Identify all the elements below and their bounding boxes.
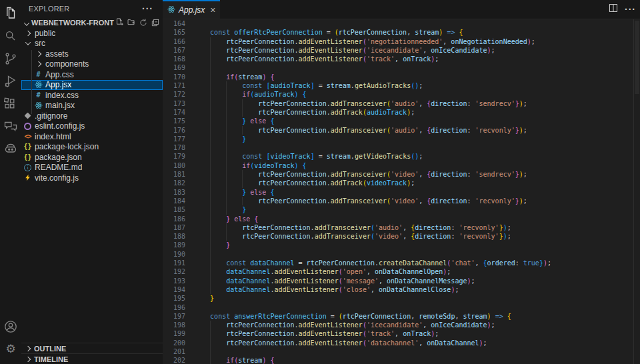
line-content [194,19,634,28]
indent-guide [210,135,211,143]
code-line-178[interactable]: 178 [163,143,634,152]
chat-icon[interactable] [3,119,19,135]
code-line-167[interactable]: 167 rtcPeerConnection.addEventListener('… [163,46,634,55]
extensions-icon[interactable] [3,96,19,112]
line-content: rtcPeerConnection.addEventListener('icec… [194,321,634,329]
code-line-182[interactable]: 182 rtcPeerConnection.addTrack(videoTrac… [163,179,634,187]
tree-item-label: vite.config.js [35,173,79,183]
code-line-164[interactable]: 164 [163,19,634,28]
tab-app-jsx[interactable]: App.jsx [163,0,220,19]
code-line-181[interactable]: 181 rtcPeerConnection.addTransceiver('vi… [163,170,634,179]
outline-label: OUTLINE [34,345,66,353]
code-line-172[interactable]: 172 if(audioTrack) { [163,90,634,99]
tree-item-vite-config-js[interactable]: vite.config.js [21,173,163,183]
code-line-198[interactable]: 198 rtcPeerConnection.addEventListener('… [163,321,634,329]
code-line-201[interactable]: 201 [163,347,634,356]
scrollbar[interactable] [633,19,640,364]
line-content [194,347,634,356]
code-line-173[interactable]: 173 rtcPeerConnection.addTransceiver('au… [163,99,634,108]
indent-guide [210,277,211,285]
tree-item-app-jsx[interactable]: App.jsx [21,80,163,91]
tree-item-index-html[interactable]: <>index.html [21,131,163,142]
code-line-183[interactable]: 183 } else { [163,188,634,197]
tree-item-main-jsx[interactable]: main.jsx [21,101,163,111]
code-line-174[interactable]: 174 rtcPeerConnection.addTrack(audioTrac… [163,108,634,117]
code-line-192[interactable]: 192 dataChannel.addEventListener('open',… [163,267,634,276]
code-line-197[interactable]: 197 const answerRtcPeerConnection = (rtc… [163,312,634,321]
code-line-189[interactable]: 189 } [163,241,634,249]
new-file-icon[interactable] [114,18,124,28]
tree-item-label: components [45,59,89,69]
outline-section-header[interactable]: OUTLINE [21,343,163,354]
more-actions-icon[interactable] [625,4,636,15]
account-icon[interactable] [3,319,19,335]
code-line-179[interactable]: 179 const [videoTrack] = stream.getVideo… [163,152,634,161]
settings-gear-icon[interactable] [3,341,19,357]
indent-guide [210,143,211,152]
code-line-200[interactable]: 200 rtcPeerConnection.addEventListener('… [163,339,634,347]
code-line-165[interactable]: 165 const offerRtcPeerConnection = (rtcP… [163,28,634,37]
new-folder-icon[interactable] [126,18,136,28]
line-content: rtcPeerConnection.addEventListener('icec… [194,46,634,55]
tree-item-readme-md[interactable]: iREADME.md [21,163,163,173]
line-content: rtcPeerConnection.addEventListener('trac… [194,55,634,63]
tree-item--gitignore[interactable]: .gitignore [21,111,163,121]
tree-item-assets[interactable]: assets [21,49,163,59]
code-line-170[interactable]: 170 if(stream) { [163,73,634,81]
indent-guide [242,179,243,187]
code-line-176[interactable]: 176 rtcPeerConnection.addTransceiver('au… [163,126,634,135]
refresh-icon[interactable] [138,18,148,28]
code-line-193[interactable]: 193 dataChannel.addEventListener('messag… [163,277,634,285]
line-number: 170 [163,73,185,81]
collapse-all-icon[interactable] [150,18,160,28]
code-line-195[interactable]: 195 } [163,294,634,303]
code-editor[interactable]: 164165 const offerRtcPeerConnection = (r… [163,19,634,364]
code-line-191[interactable]: 191 const dataChannel = rtcPeerConnectio… [163,259,634,267]
tree-item-package-json[interactable]: {}package.json [21,152,163,163]
code-line-185[interactable]: 185 } [163,205,634,214]
tree-item-app-css[interactable]: #App.css [21,69,163,80]
scrollbar-thumb[interactable] [635,21,639,94]
tree-item-src[interactable]: src [21,39,163,49]
line-number: 199 [163,329,185,338]
tree-item-public[interactable]: public [21,28,163,39]
line-number: 185 [163,205,185,214]
code-line-202[interactable]: 202 if(stream) { [163,356,634,364]
indent-guide [242,197,243,205]
code-line-196[interactable]: 196 [163,303,634,312]
code-line-180[interactable]: 180 if(videoTrack) { [163,161,634,170]
indent-guide [226,205,227,214]
indent-guide [226,99,227,108]
code-line-190[interactable]: 190 [163,250,634,259]
code-line-171[interactable]: 171 const [audioTrack] = stream.getAudio… [163,81,634,90]
code-line-168[interactable]: 168 rtcPeerConnection.addEventListener('… [163,55,634,63]
indent-guide [226,117,227,125]
code-line-166[interactable]: 166 rtcPeerConnection.addEventListener('… [163,37,634,46]
code-line-175[interactable]: 175 } else { [163,117,634,125]
indent-guide [210,329,211,338]
code-line-184[interactable]: 184 rtcPeerConnection.addTransceiver('vi… [163,197,634,205]
code-line-169[interactable]: 169 [163,63,634,72]
code-line-177[interactable]: 177 } [163,135,634,143]
line-number: 192 [163,267,185,276]
files-icon[interactable] [3,5,19,21]
code-line-186[interactable]: 186 } else { [163,215,634,223]
explorer-more-actions-icon[interactable] [142,3,153,14]
timeline-section-header[interactable]: TIMELINE [21,353,163,364]
code-line-187[interactable]: 187 rtcPeerConnection.addTransceiver('au… [163,223,634,232]
tree-item-components[interactable]: components [21,59,163,70]
search-icon[interactable] [3,28,19,44]
tree-item-index-css[interactable]: #index.css [21,90,163,101]
code-line-194[interactable]: 194 dataChannel.addEventListener('close'… [163,285,634,294]
line-number: 175 [163,117,185,125]
project-root-row[interactable]: WEBNETWORK-FRONT [21,17,163,28]
tree-item-package-lock-json[interactable]: {}package-lock.json [21,142,163,153]
run-debug-icon[interactable] [3,73,19,89]
split-editor-icon[interactable] [609,3,618,15]
tree-item-eslint-config-js[interactable]: eslint.config.js [21,121,163,132]
code-line-199[interactable]: 199 rtcPeerConnection.addEventListener('… [163,329,634,338]
copilot-icon[interactable] [3,141,19,157]
source-control-icon[interactable] [3,51,19,67]
code-line-188[interactable]: 188 rtcPeerConnection.addTransceiver('vi… [163,232,634,241]
close-icon[interactable] [210,5,215,15]
